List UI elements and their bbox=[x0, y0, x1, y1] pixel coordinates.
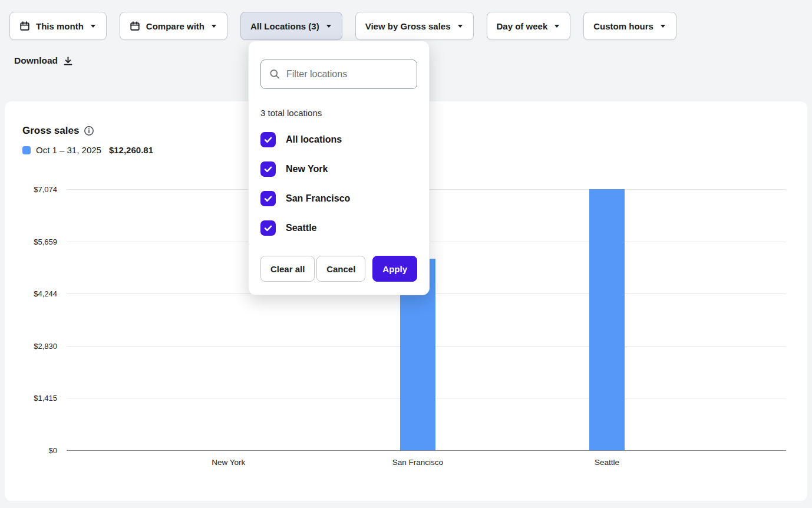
y-axis-tick-label: $5,659 bbox=[16, 237, 57, 246]
download-label: Download bbox=[14, 55, 58, 66]
x-axis-label-new-york: New York bbox=[212, 458, 245, 467]
filter-locations-search[interactable] bbox=[260, 60, 417, 89]
location-option-label: All locations bbox=[286, 134, 342, 145]
chevron-down-icon bbox=[457, 22, 464, 29]
calendar-icon bbox=[130, 21, 140, 31]
filter-locations-input[interactable] bbox=[286, 69, 408, 80]
check-icon bbox=[263, 135, 273, 144]
download-button[interactable]: Download bbox=[14, 55, 73, 66]
checkbox-seattle[interactable] bbox=[260, 220, 276, 236]
search-icon bbox=[269, 68, 280, 80]
location-option-san-francisco[interactable]: San Francisco bbox=[260, 184, 417, 213]
y-axis-tick-label: $4,244 bbox=[16, 289, 57, 298]
chevron-down-icon bbox=[210, 22, 217, 29]
y-axis-tick-label: $7,074 bbox=[16, 185, 57, 194]
y-axis-tick-label: $1,415 bbox=[16, 394, 57, 403]
toolbar-button-label: Day of week bbox=[497, 21, 548, 31]
bar-seattle[interactable] bbox=[589, 189, 625, 450]
info-icon[interactable] bbox=[84, 126, 94, 136]
chevron-down-icon bbox=[325, 22, 332, 29]
locations-count: 3 total locations bbox=[260, 108, 417, 118]
location-option-seattle[interactable]: Seattle bbox=[260, 213, 417, 243]
location-options: All locationsNew YorkSan FranciscoSeattl… bbox=[260, 125, 417, 243]
checkbox-san-francisco[interactable] bbox=[260, 191, 276, 206]
toolbar-button-day-of-week[interactable]: Day of week bbox=[487, 12, 571, 40]
location-option-all-locations[interactable]: All locations bbox=[260, 125, 417, 154]
cancel-button[interactable]: Cancel bbox=[316, 256, 365, 282]
apply-button[interactable]: Apply bbox=[372, 256, 417, 282]
checkbox-all-locations[interactable] bbox=[260, 132, 276, 147]
y-axis-tick-label: $0 bbox=[16, 446, 57, 455]
download-icon bbox=[63, 56, 73, 66]
locations-popover: 3 total locations All locationsNew YorkS… bbox=[248, 41, 430, 295]
location-option-label: New York bbox=[286, 164, 328, 174]
chart-title: Gross sales bbox=[22, 125, 79, 137]
check-icon bbox=[263, 194, 273, 203]
chevron-down-icon bbox=[659, 22, 666, 29]
legend-total: $12,260.81 bbox=[109, 145, 153, 155]
y-axis-tick-label: $2,830 bbox=[16, 341, 57, 350]
toolbar-button-view-by-gross-sales[interactable]: View by Gross sales bbox=[355, 12, 474, 40]
toolbar-button-compare-with[interactable]: Compare with bbox=[120, 12, 227, 40]
check-icon bbox=[263, 164, 273, 174]
toolbar-button-label: Compare with bbox=[146, 21, 204, 31]
checkbox-new-york[interactable] bbox=[260, 161, 276, 177]
toolbar-button-label: Custom hours bbox=[593, 21, 653, 31]
popover-actions: Clear all Cancel Apply bbox=[260, 256, 417, 282]
toolbar-button-custom-hours[interactable]: Custom hours bbox=[583, 12, 676, 40]
toolbar-button-this-month[interactable]: This month bbox=[9, 12, 107, 40]
filters-toolbar: This monthCompare withAll Locations (3)V… bbox=[9, 12, 803, 40]
toolbar-button-label: View by Gross sales bbox=[365, 21, 451, 31]
toolbar-button-label: All Locations (3) bbox=[250, 21, 319, 31]
legend-swatch bbox=[22, 146, 31, 154]
chevron-down-icon bbox=[553, 22, 560, 29]
location-option-label: Seattle bbox=[286, 223, 316, 233]
toolbar-button-all-locations-3[interactable]: All Locations (3) bbox=[240, 12, 342, 40]
calendar-icon bbox=[19, 21, 30, 31]
gridline bbox=[67, 450, 786, 451]
toolbar-button-label: This month bbox=[36, 21, 84, 31]
location-option-label: San Francisco bbox=[286, 193, 350, 204]
clear-all-button[interactable]: Clear all bbox=[260, 256, 315, 282]
x-axis-label-san-francisco: San Francisco bbox=[392, 458, 443, 467]
chevron-down-icon bbox=[90, 22, 97, 29]
x-axis-label-seattle: Seattle bbox=[595, 458, 619, 467]
location-option-new-york[interactable]: New York bbox=[260, 154, 417, 184]
legend-period: Oct 1 – 31, 2025 bbox=[36, 145, 101, 155]
check-icon bbox=[263, 223, 273, 233]
